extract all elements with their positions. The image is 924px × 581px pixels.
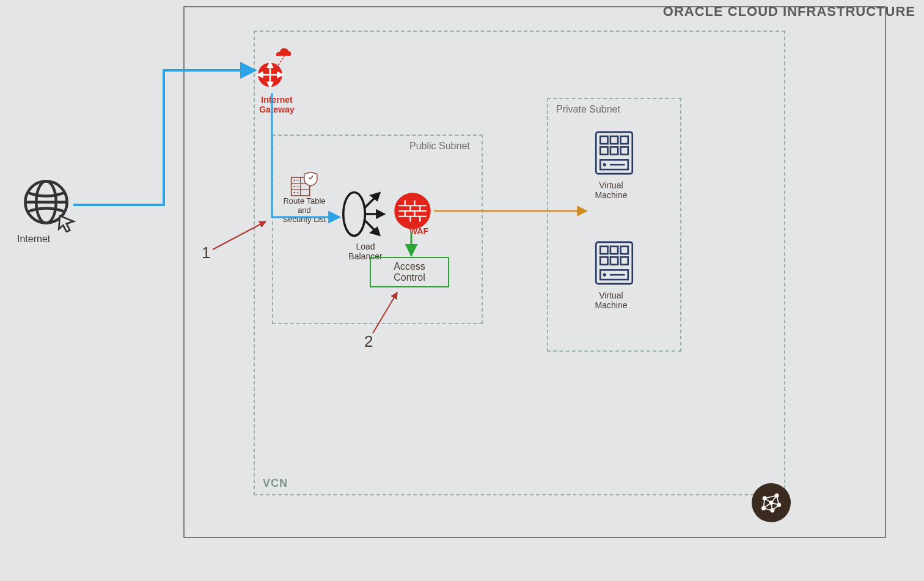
virtual-machine-1-icon xyxy=(593,128,636,180)
virtual-machine-1-label: Virtual Machine xyxy=(587,180,636,200)
svg-rect-53 xyxy=(600,246,607,254)
svg-point-50 xyxy=(603,163,606,166)
svg-rect-43 xyxy=(600,136,607,144)
load-balancer-icon xyxy=(342,187,391,244)
virtual-machine-2-label: Virtual Machine xyxy=(587,290,636,310)
svg-rect-46 xyxy=(600,147,607,154)
svg-marker-25 xyxy=(377,211,384,218)
svg-rect-56 xyxy=(600,257,607,264)
svg-rect-47 xyxy=(610,147,618,154)
svg-rect-45 xyxy=(621,136,628,144)
internet-gateway-label: Internet Gateway xyxy=(252,95,301,114)
svg-point-60 xyxy=(603,273,606,276)
vcn-label: VCN xyxy=(263,477,288,490)
svg-rect-55 xyxy=(621,246,628,254)
internet-icon xyxy=(21,177,76,235)
svg-point-19 xyxy=(293,186,295,188)
svg-point-17 xyxy=(293,180,295,182)
route-table-label: Route Table and Security List xyxy=(274,197,335,224)
diagram-canvas: ORACLE CLOUD INFRASTRUCTURE VCN Public S… xyxy=(0,0,924,581)
internet-gateway-icon xyxy=(254,43,309,100)
private-subnet-label: Private Subnet xyxy=(556,104,620,115)
svg-rect-48 xyxy=(621,147,628,154)
access-control-box: Access Control xyxy=(370,257,449,287)
svg-point-23 xyxy=(343,192,365,235)
public-subnet-label: Public Subnet xyxy=(409,141,470,152)
internet-label: Internet xyxy=(17,234,50,245)
svg-point-21 xyxy=(293,192,295,194)
svg-line-73 xyxy=(765,498,771,503)
oci-title: ORACLE CLOUD INFRASTRUCTURE xyxy=(663,4,915,20)
svg-rect-52 xyxy=(596,242,632,284)
waf-label: WAF xyxy=(409,226,428,236)
virtual-machine-2-icon xyxy=(593,239,636,290)
svg-rect-42 xyxy=(596,132,632,174)
callout-2: 2 xyxy=(364,332,373,351)
access-control-label: Access Control xyxy=(394,261,425,283)
network-badge-icon xyxy=(752,483,791,522)
svg-rect-57 xyxy=(610,257,618,264)
callout-1: 1 xyxy=(202,243,210,262)
svg-rect-44 xyxy=(610,136,618,144)
svg-line-77 xyxy=(763,503,771,508)
svg-rect-54 xyxy=(610,246,618,254)
svg-rect-58 xyxy=(621,257,628,264)
svg-line-70 xyxy=(772,505,779,511)
